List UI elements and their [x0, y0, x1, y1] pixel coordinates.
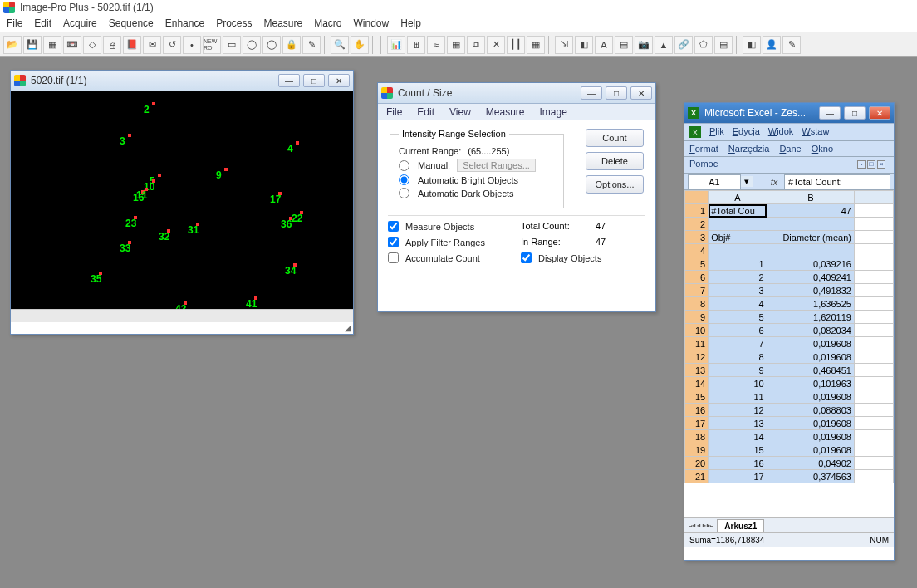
- menu-edit[interactable]: Edit: [34, 17, 51, 29]
- cell[interactable]: #Total Cou: [709, 204, 767, 218]
- row-header[interactable]: 8: [685, 297, 709, 311]
- excel-menubar-3[interactable]: Pomoc - □ ×: [684, 157, 894, 174]
- toolbar-button-15[interactable]: ✎: [302, 36, 321, 54]
- cell[interactable]: [709, 244, 767, 257]
- cell[interactable]: Obj#: [709, 231, 767, 244]
- minimize-button[interactable]: —: [278, 74, 300, 87]
- toolbar-button-11[interactable]: ▭: [223, 36, 241, 54]
- toolbar-button-32[interactable]: A: [595, 36, 613, 54]
- image-h-scrollbar[interactable]: [11, 309, 353, 322]
- cell[interactable]: [854, 350, 893, 364]
- excel-formula-bar[interactable]: A1 ▾ fx #Total Count:: [684, 174, 894, 190]
- row-header[interactable]: 18: [685, 430, 709, 443]
- cell[interactable]: 15: [709, 443, 767, 457]
- toolbar-button-6[interactable]: 📕: [123, 36, 141, 54]
- row-header[interactable]: 2: [685, 218, 709, 231]
- cell[interactable]: [854, 284, 893, 297]
- cell[interactable]: 6: [709, 324, 767, 337]
- cell[interactable]: [854, 271, 893, 284]
- row-header[interactable]: 19: [685, 443, 709, 457]
- auto-bright-radio[interactable]: [399, 174, 409, 185]
- cell[interactable]: [854, 457, 893, 470]
- cell[interactable]: [854, 404, 893, 417]
- row-header[interactable]: 11: [685, 337, 709, 350]
- count-button[interactable]: Count: [586, 129, 644, 147]
- col-header-A[interactable]: A: [709, 191, 767, 204]
- cell[interactable]: 0,019608: [767, 430, 854, 443]
- cell[interactable]: 4: [709, 297, 767, 311]
- cell[interactable]: [709, 218, 767, 231]
- menu-process[interactable]: Process: [216, 17, 252, 29]
- row-header[interactable]: 1: [685, 204, 709, 218]
- menu-macro[interactable]: Macro: [314, 17, 341, 29]
- fx-icon[interactable]: fx: [767, 177, 781, 187]
- measure-objects-checkbox[interactable]: [388, 221, 399, 232]
- cell[interactable]: 17: [709, 470, 767, 483]
- row-header[interactable]: 6: [685, 271, 709, 284]
- name-box[interactable]: A1: [688, 174, 741, 189]
- formula-input[interactable]: #Total Count:: [784, 174, 890, 189]
- col-header-B[interactable]: B: [767, 191, 854, 204]
- cell[interactable]: 0,019608: [767, 417, 854, 430]
- count-menu-file[interactable]: File: [386, 106, 402, 118]
- toolbar-button-9[interactable]: •: [183, 36, 201, 54]
- cell[interactable]: [854, 417, 893, 430]
- count-menu-view[interactable]: View: [449, 106, 471, 118]
- toolbar-button-4[interactable]: ◇: [83, 36, 101, 54]
- cell[interactable]: [854, 470, 893, 483]
- toolbar-button-8[interactable]: ↺: [163, 36, 181, 54]
- cell[interactable]: 12: [709, 404, 767, 417]
- toolbar-button-12[interactable]: ◯: [243, 36, 261, 54]
- toolbar-button-41[interactable]: 👤: [763, 36, 781, 54]
- cell[interactable]: [854, 257, 893, 271]
- cell[interactable]: [854, 231, 893, 244]
- close-button[interactable]: ✕: [630, 86, 652, 100]
- cell[interactable]: 0,101963: [767, 377, 854, 390]
- maximize-button[interactable]: □: [303, 74, 325, 87]
- toolbar-button-2[interactable]: ▦: [43, 36, 61, 54]
- auto-dark-radio[interactable]: [399, 188, 409, 198]
- cell[interactable]: [854, 390, 893, 404]
- excel-menu-okno[interactable]: Okno: [812, 144, 833, 154]
- options-button[interactable]: Options...: [586, 175, 644, 194]
- toolbar-button-3[interactable]: 📼: [63, 36, 81, 54]
- cell[interactable]: 0,019608: [767, 443, 854, 457]
- apply-filter-checkbox[interactable]: [388, 237, 399, 247]
- minimize-button[interactable]: —: [581, 86, 602, 100]
- row-header[interactable]: 15: [685, 390, 709, 404]
- toolbar-button-30[interactable]: ⇲: [555, 36, 573, 54]
- main-menubar[interactable]: FileEditAcquireSequenceEnhanceProcessMea…: [0, 14, 917, 32]
- toolbar-button-26[interactable]: ✕: [487, 36, 505, 54]
- cell[interactable]: 0,491832: [767, 284, 854, 297]
- image-display[interactable]: 234951016111722233132333634354143: [11, 91, 353, 309]
- cell[interactable]: 1,636525: [767, 297, 854, 311]
- sheet-tabstrip[interactable]: ꟷ◀ ◀ ▶ ▶ꟷ Arkusz1: [684, 517, 894, 532]
- excel-menu-widok[interactable]: Widok: [768, 126, 794, 138]
- toolbar-button-17[interactable]: 🔍: [331, 36, 349, 54]
- cell[interactable]: 8: [709, 350, 767, 364]
- delete-button[interactable]: Delete: [586, 152, 644, 170]
- count-menu-image[interactable]: Image: [540, 106, 567, 118]
- menu-sequence[interactable]: Sequence: [109, 17, 154, 29]
- row-header[interactable]: 21: [685, 470, 709, 483]
- maximize-button[interactable]: □: [606, 86, 627, 100]
- menu-acquire[interactable]: Acquire: [63, 17, 97, 29]
- excel-menu-wstaw[interactable]: Wstaw: [802, 126, 829, 138]
- toolbar-button-34[interactable]: 📷: [635, 36, 653, 54]
- cell[interactable]: 0,019608: [767, 337, 854, 350]
- cell[interactable]: 7: [709, 337, 767, 350]
- toolbar-button-31[interactable]: ◧: [575, 36, 593, 54]
- row-header[interactable]: 16: [685, 404, 709, 417]
- row-header[interactable]: 13: [685, 364, 709, 377]
- toolbar-button-7[interactable]: ✉: [143, 36, 161, 54]
- cell[interactable]: 0,039216: [767, 257, 854, 271]
- excel-menu-edycja[interactable]: Edycja: [733, 126, 760, 138]
- spreadsheet-grid[interactable]: AB1#Total Cou4723Obj#Diameter (mean)4510…: [684, 190, 894, 517]
- cell[interactable]: [854, 364, 893, 377]
- count-menu-measure[interactable]: Measure: [486, 106, 525, 118]
- cell[interactable]: 0,082034: [767, 324, 854, 337]
- cell[interactable]: 0,468451: [767, 364, 854, 377]
- toolbar-button-28[interactable]: ▦: [527, 36, 545, 54]
- cell[interactable]: [767, 218, 854, 231]
- toolbar-button-22[interactable]: 🎚: [407, 36, 425, 54]
